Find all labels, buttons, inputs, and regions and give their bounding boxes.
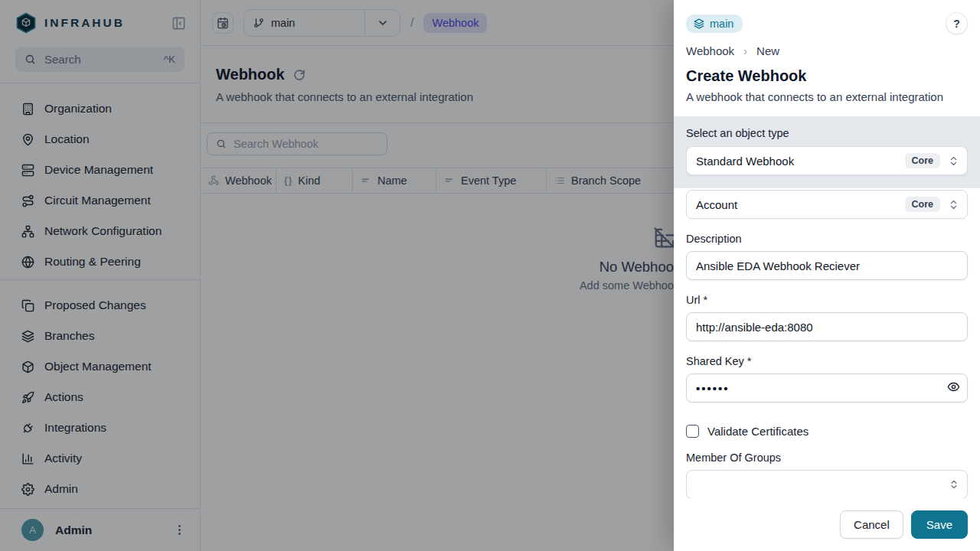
app-root: INFRAHUB Search ^K Organization Location — [0, 0, 980, 551]
validate-certificates-label: Validate Certificates — [707, 425, 808, 438]
drawer-title: Create Webhook — [686, 67, 968, 85]
breadcrumb-current: New — [756, 44, 779, 57]
shared-key-label: Shared Key * — [686, 355, 968, 367]
chevron-right-icon: › — [743, 44, 747, 57]
url-label: Url * — [686, 294, 968, 306]
url-input[interactable] — [686, 312, 968, 341]
core-badge: Core — [905, 197, 940, 212]
drawer-subtitle: A webhook that connects to an external i… — [686, 90, 968, 103]
save-button[interactable]: Save — [911, 510, 968, 539]
help-button[interactable]: ? — [946, 12, 968, 34]
breadcrumb-parent[interactable]: Webhook — [686, 44, 734, 57]
branch-badge-label: main — [710, 18, 733, 30]
branch-badge: main — [686, 15, 743, 33]
object-type-label: Select an object type — [686, 127, 968, 139]
object-type-value: Standard Webhook — [696, 155, 905, 168]
account-value: Account — [696, 198, 905, 211]
cancel-button[interactable]: Cancel — [840, 510, 903, 539]
object-type-select[interactable]: Standard Webhook Core — [686, 146, 968, 175]
account-select[interactable]: Account Core — [686, 190, 968, 219]
layers-icon — [694, 18, 704, 29]
validate-certificates-row: Validate Certificates — [686, 425, 968, 438]
drawer-footer: Cancel Save — [674, 498, 980, 551]
chevrons-up-down-icon — [948, 155, 959, 167]
shared-key-input[interactable] — [686, 373, 968, 403]
core-badge: Core — [905, 153, 940, 168]
drawer-header: main ? Webhook › New Create Webhook A we… — [674, 0, 980, 116]
description-label: Description — [686, 233, 968, 245]
create-webhook-drawer: main ? Webhook › New Create Webhook A we… — [674, 0, 980, 551]
object-type-panel: Select an object type Standard Webhook C… — [674, 116, 980, 188]
description-input[interactable] — [686, 251, 968, 280]
drawer-breadcrumb: Webhook › New — [686, 44, 968, 57]
member-of-groups-select[interactable] — [686, 470, 968, 498]
drawer-form: Account Core Description Url * Shared Ke… — [674, 188, 980, 498]
member-of-groups-label: Member Of Groups — [686, 452, 968, 464]
eye-icon[interactable] — [947, 380, 960, 393]
chevrons-up-down-icon — [949, 479, 959, 490]
validate-certificates-checkbox[interactable] — [686, 425, 699, 438]
chevrons-up-down-icon — [948, 199, 959, 210]
